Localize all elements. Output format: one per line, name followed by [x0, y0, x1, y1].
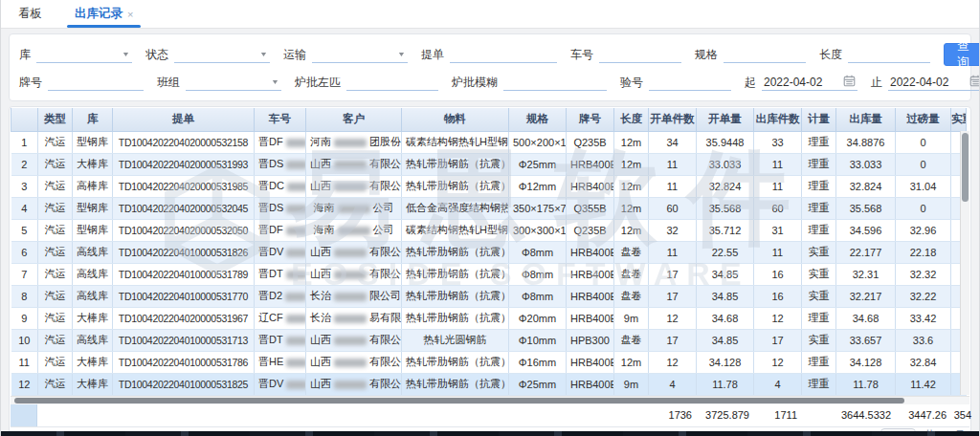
cell-weigh: 32.22 — [896, 285, 951, 307]
cell-len: 12m — [614, 131, 649, 153]
cell-plate: 晋HE — [255, 351, 306, 373]
cell-len: 12m — [614, 197, 649, 219]
table-row[interactable]: 2汽运大棒库TD1004202204020000531993晋DS山西有限公司热… — [11, 153, 967, 175]
calendar-icon[interactable] — [843, 75, 856, 90]
table-row[interactable]: 6汽运高线库TD1004202204010000531826晋DV山西有限公司热… — [11, 241, 967, 263]
filter-text-input[interactable] — [848, 46, 930, 63]
cell-wh: 大棒库 — [73, 153, 113, 175]
summary-idx — [11, 404, 37, 426]
cell-open_qty: 35.9448 — [697, 131, 754, 153]
cell-out_pcs: 11 — [754, 241, 802, 263]
filter-text-input[interactable] — [503, 74, 607, 91]
cell-type: 汽运 — [38, 153, 73, 175]
cell-out_qty: 32.824 — [836, 175, 896, 197]
cell-plate: 晋DV — [255, 241, 306, 263]
filter-text-input[interactable] — [724, 46, 806, 63]
column-header-len: 长度 — [614, 108, 649, 131]
filter-row-1: 库▼状态▼运输▼提单车号规格长度查 询操 作 — [19, 43, 961, 66]
summary-type — [37, 404, 72, 426]
cell-spec: Φ25mm — [509, 153, 567, 175]
filter-panel: 库▼状态▼运输▼提单车号规格长度查 询操 作 牌号班组▼炉批左匹炉批模糊验号起2… — [9, 33, 971, 101]
filter-select[interactable]: ▼ — [36, 46, 132, 63]
summary-out_qty: 3644.5332 — [835, 404, 895, 426]
caret-down-icon: ▼ — [122, 51, 130, 58]
cell-meas: 实重 — [802, 285, 836, 307]
table-row[interactable]: 8汽运高线库TD1004202204010000531770晋D2长治限公司热轧… — [11, 285, 967, 307]
cell-ticket: TD1004202204010000531770 — [113, 285, 255, 307]
cell-open_pcs: 34 — [649, 131, 697, 153]
table-row[interactable]: 1汽运型钢库TD1004202204020000532158晋DF河南团股份有限… — [11, 131, 967, 153]
summary-open_qty: 3725.879 — [696, 404, 753, 426]
cell-spec: Φ8mm — [509, 263, 567, 285]
cell-weigh: 11.42 — [896, 373, 951, 395]
filter-text-input[interactable] — [649, 74, 731, 91]
filter-r2-2: 炉批左匹 — [295, 74, 438, 91]
filter-select[interactable]: ▼ — [312, 46, 408, 63]
redacted-blur — [334, 271, 367, 279]
cell-cust: 海南公司 — [306, 219, 402, 241]
filter-text-input[interactable] — [48, 74, 144, 91]
cell-cust: 山西有限公司 — [306, 373, 402, 395]
table-row[interactable]: 3汽运高棒库TD1004202204020000531985晋DC山西有限公司热… — [11, 175, 967, 197]
table-row[interactable]: 9汽运大棒库TD1004202204020000531967辽CF长治易有限公司… — [11, 307, 967, 329]
cell-type: 汽运 — [38, 351, 73, 373]
filter-date-input[interactable]: 2022-04-02 — [888, 74, 980, 91]
column-header-wh: 库 — [73, 108, 113, 131]
filter-date-input[interactable]: 2022-04-02 — [762, 74, 858, 91]
tab-dashboard[interactable]: 看板 — [18, 0, 42, 28]
column-header-type: 类型 — [38, 108, 73, 131]
cell-type: 汽运 — [38, 285, 73, 307]
filter-text-input[interactable] — [346, 74, 438, 91]
cell-grade: HRB400E — [567, 351, 614, 373]
cell-mat: 热轧带肋钢筋（抗震） — [402, 351, 509, 373]
horizontal-scrollbar[interactable] — [11, 396, 969, 404]
table-row[interactable]: 4汽运型钢库TD1004202204020000532045晋DS海南公司低合金… — [11, 197, 967, 219]
horizontal-scrollbar-thumb[interactable] — [14, 398, 904, 403]
cell-wh: 高线库 — [73, 263, 113, 285]
table-row[interactable]: 5汽运型钢库TD1004202204020000532050晋DF海南公司碳素结… — [11, 219, 967, 241]
column-header-open_qty: 开单量 — [697, 108, 754, 131]
calendar-icon[interactable] — [969, 75, 980, 90]
cell-out_qty: 22.177 — [836, 241, 896, 263]
cell-len: 9m — [614, 307, 649, 329]
tab-close-icon[interactable]: × — [127, 9, 133, 20]
filter-r1-3: 提单 — [421, 46, 557, 63]
cell-grade: Q235B — [567, 219, 614, 241]
cell-spec: Φ20mm — [509, 307, 567, 329]
table-row[interactable]: 12汽运大棒库TD1004202204010000531825晋DV山西有限公司… — [11, 373, 967, 395]
table-row[interactable]: 10汽运高线库TD1004202204010000531713晋DT山西有限公司… — [11, 329, 967, 351]
cell-mat: 热轧带肋钢筋（抗震） — [402, 241, 509, 263]
cell-out_pcs: 11 — [754, 175, 802, 197]
cell-cust: 山西有限公司 — [306, 351, 402, 373]
table-row[interactable]: 11汽运大棒库TD1004202204010000531786晋HE山西有限公司… — [11, 351, 967, 373]
cell-weigh: 0 — [896, 131, 951, 153]
cell-meas: 理重 — [802, 153, 836, 175]
filter-select[interactable]: ▼ — [174, 46, 270, 63]
filter-text-input[interactable] — [599, 46, 681, 63]
query-button[interactable]: 查 询 — [944, 43, 980, 66]
cell-type: 汽运 — [38, 329, 73, 351]
cell-out_pcs: 16 — [754, 263, 802, 285]
cell-spec: Φ16mm — [509, 351, 567, 373]
tab-outbound-records[interactable]: 出库记录 × — [75, 0, 133, 28]
table-row[interactable]: 7汽运高线库TD1004202204010000531789晋DT山西有限公司热… — [11, 263, 967, 285]
vertical-scrollbar-thumb[interactable] — [962, 133, 969, 202]
summary-mat — [401, 404, 508, 426]
cell-out_pcs: 17 — [754, 329, 802, 351]
cell-len: 12m — [614, 219, 649, 241]
filter-r1-1: 状态▼ — [145, 46, 270, 63]
column-header-actual: 实重 — [951, 108, 967, 131]
filter-label: 牌号 — [19, 75, 42, 91]
vertical-scrollbar[interactable] — [960, 131, 969, 395]
cell-idx: 5 — [11, 219, 38, 241]
filter-text-input[interactable] — [450, 46, 557, 63]
column-header-ticket: 提单 — [113, 108, 255, 131]
filter-select[interactable]: ▼ — [186, 74, 281, 91]
cell-meas: 理重 — [802, 307, 836, 329]
cell-out_qty: 35.568 — [836, 197, 896, 219]
table-header-row: 类型库提单车号客户物料规格牌号长度开单件数开单量出库件数计量出库量过磅量实重 — [11, 108, 967, 131]
cell-ticket: TD1004202204020000532045 — [113, 197, 255, 219]
cell-type: 汽运 — [38, 197, 73, 219]
filter-r1-4: 车号 — [570, 46, 681, 63]
cell-weigh: 31.04 — [896, 175, 951, 197]
